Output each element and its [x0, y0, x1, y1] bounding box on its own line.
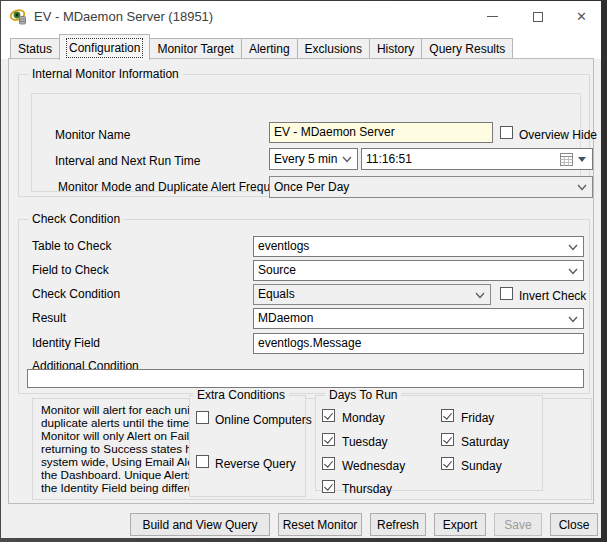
days-to-run-group: Days To Run Monday Tuesday Wednesday Thu… — [315, 395, 543, 491]
tab-alerting[interactable]: Alerting — [241, 38, 298, 59]
interval-combobox[interactable]: Every 5 min — [269, 148, 358, 170]
app-icon[interactable] — [10, 8, 27, 25]
dialog-window: EV - MDaemon Server (18951) ✕ Status Con… — [1, 1, 601, 538]
internal-monitor-information-group: Internal Monitor Information Monitor Nam… — [18, 74, 590, 197]
chevron-down-icon — [568, 244, 578, 251]
monitor-alert-note: Monitor will alert for each uniqu duplic… — [41, 403, 189, 494]
group-title: Days To Run — [325, 388, 401, 402]
chevron-down-icon — [577, 184, 587, 191]
group-title: Check Condition — [28, 212, 124, 226]
wednesday-label: Wednesday — [342, 459, 405, 473]
field-to-check-label: Field to Check — [32, 263, 109, 277]
identity-field-label: Identity Field — [32, 336, 100, 350]
invert-check-label: Invert Check — [519, 289, 586, 303]
window-title: EV - MDaemon Server (18951) — [34, 9, 213, 24]
window-frame: EV - MDaemon Server (18951) ✕ Status Con… — [0, 0, 607, 542]
online-computers-checkbox[interactable] — [196, 411, 209, 424]
tab-monitor-target[interactable]: Monitor Target — [149, 38, 241, 59]
additional-condition-input[interactable] — [27, 369, 584, 388]
monitor-mode-combobox[interactable]: Once Per Day — [269, 176, 593, 198]
friday-label: Friday — [461, 411, 494, 425]
tab-query-results[interactable]: Query Results — [421, 38, 513, 59]
refresh-button[interactable]: Refresh — [370, 513, 426, 536]
close-button[interactable]: ✕ — [563, 1, 600, 32]
saturday-label: Saturday — [461, 435, 509, 449]
overview-hide-checkbox[interactable] — [500, 126, 513, 139]
table-to-check-label: Table to Check — [32, 239, 111, 253]
save-button[interactable]: Save — [494, 513, 542, 536]
dropdown-arrow-icon[interactable] — [578, 157, 586, 162]
result-combobox[interactable]: MDaemon — [253, 308, 584, 329]
monitor-name-label: Monitor Name — [55, 128, 130, 142]
check-condition-label: Check Condition — [32, 287, 120, 301]
note-line: system wide, Using Email Alert ( — [41, 455, 189, 468]
tab-status[interactable]: Status — [10, 38, 60, 59]
tuesday-checkbox[interactable] — [322, 433, 335, 446]
chevron-down-icon — [342, 156, 352, 163]
reverse-query-checkbox[interactable] — [196, 455, 209, 468]
minimize-icon — [487, 16, 498, 17]
chevron-down-icon — [568, 316, 578, 323]
close-icon: ✕ — [576, 10, 587, 23]
monitor-name-input[interactable]: EV - MDaemon Server — [269, 122, 493, 143]
interval-label: Interval and Next Run Time — [55, 154, 200, 168]
build-and-view-query-button[interactable]: Build and View Query — [130, 513, 270, 536]
invert-check-checkbox[interactable] — [500, 287, 513, 300]
extra-conditions-group: Extra Conditions Online Computers Revers… — [189, 395, 306, 497]
online-computers-label: Online Computers — [215, 413, 312, 427]
tab-history[interactable]: History — [369, 38, 422, 59]
group-title: Extra Conditions — [193, 388, 289, 402]
note-line: Monitor will alert for each uniqu — [41, 403, 189, 416]
monday-label: Monday — [342, 411, 385, 425]
note-line: the Identity Field being differen — [41, 481, 189, 494]
sunday-label: Sunday — [461, 459, 502, 473]
thursday-checkbox[interactable] — [322, 480, 335, 493]
result-label: Result — [32, 311, 66, 325]
identity-field-input[interactable]: eventlogs.Message — [253, 333, 584, 354]
maximize-icon — [533, 12, 543, 22]
reset-monitor-button[interactable]: Reset Monitor — [278, 513, 362, 536]
overview-hide-label: Overview Hide — [519, 128, 597, 142]
monitor-mode-label: Monitor Mode and Duplicate Alert Frequen… — [58, 180, 295, 194]
export-button[interactable]: Export — [434, 513, 486, 536]
wednesday-checkbox[interactable] — [322, 457, 335, 470]
title-bar[interactable]: EV - MDaemon Server (18951) ✕ — [1, 1, 601, 32]
next-run-time-picker[interactable]: 11:16:51 — [361, 148, 593, 170]
minimize-button[interactable] — [474, 1, 511, 32]
check-condition-group: Check Condition Table to Check eventlogs… — [18, 219, 590, 394]
table-to-check-combobox[interactable]: eventlogs — [253, 236, 584, 257]
footer-section: Monitor will alert for each uniqu duplic… — [32, 398, 592, 500]
note-line: the Dashboard. Unique Alerts a — [41, 468, 189, 481]
note-line: Monitor will only Alert on Failure — [41, 429, 189, 442]
button-bar: Build and View Query Reset Monitor Refre… — [1, 504, 601, 538]
field-to-check-combobox[interactable]: Source — [253, 260, 584, 281]
maximize-button[interactable] — [519, 1, 556, 32]
tab-bar: Status Configuration Monitor Target Aler… — [1, 32, 601, 59]
tuesday-label: Tuesday — [342, 435, 388, 449]
note-line: duplicate alerts until the time se — [41, 416, 189, 429]
tab-configuration[interactable]: Configuration — [59, 34, 150, 60]
reverse-query-label: Reverse Query — [215, 457, 296, 471]
friday-checkbox[interactable] — [441, 409, 454, 422]
configuration-page: Internal Monitor Information Monitor Nam… — [8, 58, 594, 504]
thursday-label: Thursday — [342, 482, 392, 496]
calendar-icon — [560, 153, 573, 166]
sunday-checkbox[interactable] — [441, 457, 454, 470]
saturday-checkbox[interactable] — [441, 433, 454, 446]
close-dialog-button[interactable]: Close — [550, 513, 598, 536]
check-condition-combobox[interactable]: Equals — [253, 284, 491, 305]
tab-exclusions[interactable]: Exclusions — [297, 38, 370, 59]
chevron-down-icon — [568, 268, 578, 275]
note-line: returning to Success states hav — [41, 442, 189, 455]
chevron-down-icon — [475, 292, 485, 299]
monday-checkbox[interactable] — [322, 409, 335, 422]
group-title: Internal Monitor Information — [28, 67, 183, 81]
